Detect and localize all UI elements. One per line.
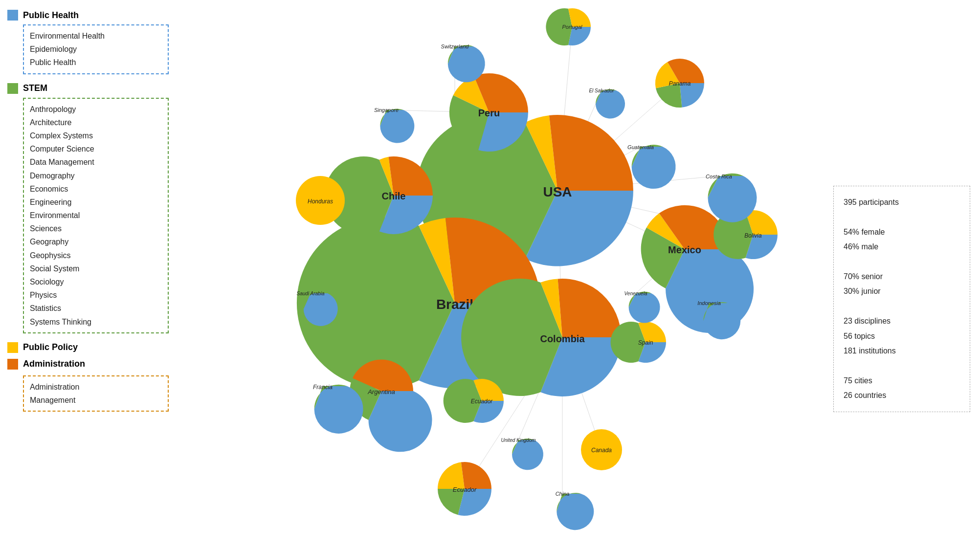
administration-color-box	[7, 359, 18, 370]
brazil-label: Brazil	[436, 297, 473, 312]
stem-color-box	[7, 83, 18, 94]
china-pie: China	[556, 491, 594, 530]
argentina-label: Argentina	[367, 388, 395, 395]
colombia-label: Colombia	[540, 333, 585, 344]
saudiarabia-label: Saudi Arabia	[297, 291, 325, 296]
legend-public-policy: Public Policy	[7, 342, 169, 353]
switzerland-label: Switzerland	[441, 44, 469, 49]
panama-pie: Panama	[655, 59, 704, 108]
legend-public-health: Public Health	[7, 10, 169, 21]
public-health-sub-text: Environmental HealthEpidemiologyPublic H…	[30, 29, 162, 69]
junior-stat: 30% junior	[844, 287, 881, 295]
portugal-label: Portugal	[562, 24, 583, 30]
public-health-color-box	[7, 10, 18, 21]
usa-label: USA	[543, 184, 572, 199]
admin-sub-text: AdministrationManagement	[30, 380, 162, 407]
costarica-label: Costa Rica	[706, 174, 732, 179]
public-health-label: Public Health	[23, 10, 79, 21]
chart-svg: USA Brazil Colombia	[176, 0, 831, 548]
venezuela-pie: Venezuela	[624, 291, 660, 323]
uk-label: United Kingdom	[501, 438, 535, 443]
singapore-pie: Singapore	[374, 107, 414, 143]
elsalvador-label: El Salvador	[589, 88, 614, 93]
participants-stat: 395 participants	[844, 198, 899, 206]
canada-pie: Canada	[581, 429, 622, 470]
bolivia-label: Bolivia	[744, 232, 762, 239]
stem-label: STEM	[23, 83, 47, 93]
ecuador-upper-label: Ecuador	[471, 398, 493, 405]
portugal-pie: Portugal	[546, 8, 591, 45]
countries-stat: 26 countries	[844, 391, 886, 399]
senior-stat: 70% senior	[844, 272, 883, 281]
legend-administration: Administration	[7, 359, 169, 370]
francia-label: Francia	[313, 384, 333, 391]
admin-sub-box: AdministrationManagement	[23, 375, 169, 412]
canada-label: Canada	[591, 447, 612, 454]
colombia-pie: Colombia	[461, 279, 621, 396]
institutions-stat: 181 institutions	[844, 347, 896, 355]
chile-label: Chile	[382, 191, 406, 201]
cities-stat: 75 cities	[844, 376, 872, 385]
peru-label: Peru	[478, 108, 500, 118]
uk-pie: United Kingdom	[501, 438, 543, 470]
chart-area: USA Brazil Colombia	[176, 0, 831, 548]
stem-sub-box: AnthropologyArchitectureComplex SystemsC…	[23, 98, 169, 333]
administration-label: Administration	[23, 359, 85, 369]
guatemala-pie: Guatemala	[627, 144, 676, 189]
stats-text: 395 participants 54% female 46% male 70%…	[844, 195, 960, 403]
stem-sub-text: AnthropologyArchitectureComplex SystemsC…	[30, 103, 162, 329]
ecuador-upper-pie: Ecuador	[444, 379, 504, 423]
public-policy-color-box	[7, 342, 18, 353]
public-policy-label: Public Policy	[23, 342, 78, 352]
honduras-pie: Honduras	[296, 176, 345, 225]
male-stat: 46% male	[844, 242, 878, 251]
legend-stem: STEM	[7, 83, 169, 94]
peru-pie: Peru	[449, 73, 528, 152]
singapore-label: Singapore	[374, 107, 399, 113]
panama-label: Panama	[669, 80, 691, 87]
stats-panel: 395 participants 54% female 46% male 70%…	[833, 186, 970, 412]
ecuador-lower-pie: Ecuador	[438, 462, 491, 516]
honduras-label: Honduras	[308, 198, 333, 205]
indonesia-label: Indonesia	[697, 300, 721, 306]
venezuela-label: Venezuela	[624, 291, 647, 296]
switzerland-pie: Switzerland	[441, 44, 485, 82]
spain-pie: Spain	[610, 322, 666, 363]
topics-stat: 56 topics	[844, 332, 875, 340]
elsalvador-pie: El Salvador	[589, 88, 625, 118]
china-label: China	[556, 491, 570, 497]
disciplines-stat: 23 disciplines	[844, 317, 891, 325]
guatemala-label: Guatemala	[627, 144, 654, 150]
spain-label: Spain	[638, 339, 653, 346]
costarica-pie: Costa Rica	[706, 174, 757, 222]
mexico-label: Mexico	[668, 244, 701, 255]
main-container: Public Health Environmental HealthEpidem…	[0, 0, 980, 548]
female-stat: 54% female	[844, 228, 885, 236]
ecuador-lower-label: Ecuador	[453, 486, 477, 493]
public-health-sub-box: Environmental HealthEpidemiologyPublic H…	[23, 24, 169, 74]
legend-panel: Public Health Environmental HealthEpidem…	[0, 0, 176, 548]
